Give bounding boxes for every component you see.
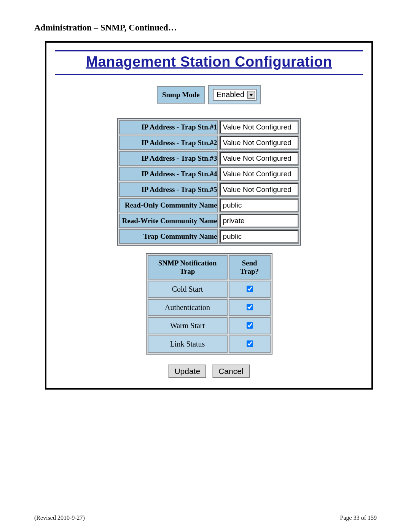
- config-label: IP Address - Trap Stn.#4: [119, 167, 218, 181]
- footer-revised: (Revised 2010-9-27): [34, 514, 85, 521]
- config-input[interactable]: [220, 168, 298, 181]
- config-value-cell: [219, 229, 299, 244]
- config-value-cell: [219, 198, 299, 212]
- snmp-mode-select-value: Enabled: [217, 90, 244, 99]
- table-row: Warm Start: [148, 317, 271, 334]
- trap-checkbox[interactable]: [247, 322, 253, 329]
- config-label: Trap Community Name: [119, 229, 218, 244]
- config-input[interactable]: [220, 152, 298, 165]
- snmp-mode-value-cell: Enabled: [208, 85, 261, 104]
- footer-page-number: Page 33 of 159: [340, 514, 377, 521]
- snmp-mode-row: Snmp Mode Enabled: [55, 85, 363, 104]
- config-label: Read-Only Community Name: [119, 198, 218, 212]
- table-row: Cold Start: [148, 281, 271, 298]
- config-label: Read-Write Community Name: [119, 214, 218, 228]
- table-row: Link Status: [148, 335, 271, 353]
- panel-title: Management Station Configuration: [86, 54, 332, 70]
- table-row: Trap Community Name: [119, 229, 299, 244]
- config-value-cell: [219, 182, 299, 197]
- chevron-down-icon: [247, 91, 255, 99]
- trap-name: Authentication: [148, 299, 228, 316]
- table-row: IP Address - Trap Stn.#3: [119, 151, 299, 166]
- trap-checkbox[interactable]: [247, 304, 253, 310]
- trap-name: Cold Start: [148, 281, 228, 298]
- config-label: IP Address - Trap Stn.#1: [119, 120, 218, 134]
- trap-checkbox-cell: [229, 281, 271, 298]
- config-value-cell: [219, 136, 299, 150]
- cancel-button[interactable]: Cancel: [212, 364, 249, 378]
- config-input[interactable]: [220, 214, 298, 227]
- button-row: Update Cancel: [55, 364, 363, 378]
- trap-checkbox-cell: [229, 299, 271, 316]
- config-value-cell: [219, 167, 299, 181]
- table-row: IP Address - Trap Stn.#2: [119, 136, 299, 150]
- table-row: IP Address - Trap Stn.#5: [119, 182, 299, 197]
- config-panel: Management Station Configuration Snmp Mo…: [45, 41, 373, 390]
- table-row: Authentication: [148, 299, 271, 316]
- trap-header-send: Send Trap?: [229, 255, 271, 280]
- trap-checkbox[interactable]: [247, 286, 253, 292]
- config-label: IP Address - Trap Stn.#5: [119, 182, 218, 197]
- update-button[interactable]: Update: [168, 364, 206, 378]
- page-footer: (Revised 2010-9-27) Page 33 of 159: [34, 514, 377, 521]
- trap-checkbox[interactable]: [247, 340, 253, 347]
- trap-name: Link Status: [148, 335, 228, 353]
- trap-header-name: SNMP Notification Trap: [148, 255, 228, 280]
- panel-title-bar: Management Station Configuration: [55, 50, 363, 75]
- config-label: IP Address - Trap Stn.#3: [119, 151, 218, 166]
- config-input[interactable]: [220, 183, 298, 196]
- config-input[interactable]: [220, 230, 298, 243]
- table-row: Read-Only Community Name: [119, 198, 299, 212]
- config-input[interactable]: [220, 199, 298, 212]
- trap-checkbox-cell: [229, 317, 271, 334]
- config-value-cell: [219, 120, 299, 134]
- table-row: IP Address - Trap Stn.#4: [119, 167, 299, 181]
- trap-name: Warm Start: [148, 317, 228, 334]
- snmp-mode-label: Snmp Mode: [157, 86, 205, 104]
- config-input[interactable]: [220, 136, 298, 149]
- table-row: IP Address - Trap Stn.#1: [119, 120, 299, 134]
- table-row: Read-Write Community Name: [119, 214, 299, 228]
- trap-checkbox-cell: [229, 335, 271, 353]
- config-table: IP Address - Trap Stn.#1IP Address - Tra…: [117, 118, 301, 246]
- config-input[interactable]: [220, 121, 298, 134]
- config-value-cell: [219, 151, 299, 166]
- config-value-cell: [219, 214, 299, 228]
- snmp-mode-select[interactable]: Enabled: [213, 89, 256, 101]
- config-label: IP Address - Trap Stn.#2: [119, 136, 218, 150]
- trap-table: SNMP Notification Trap Send Trap? Cold S…: [146, 253, 272, 355]
- svg-marker-0: [249, 94, 253, 96]
- section-heading: Administration – SNMP, Continued…: [34, 23, 377, 33]
